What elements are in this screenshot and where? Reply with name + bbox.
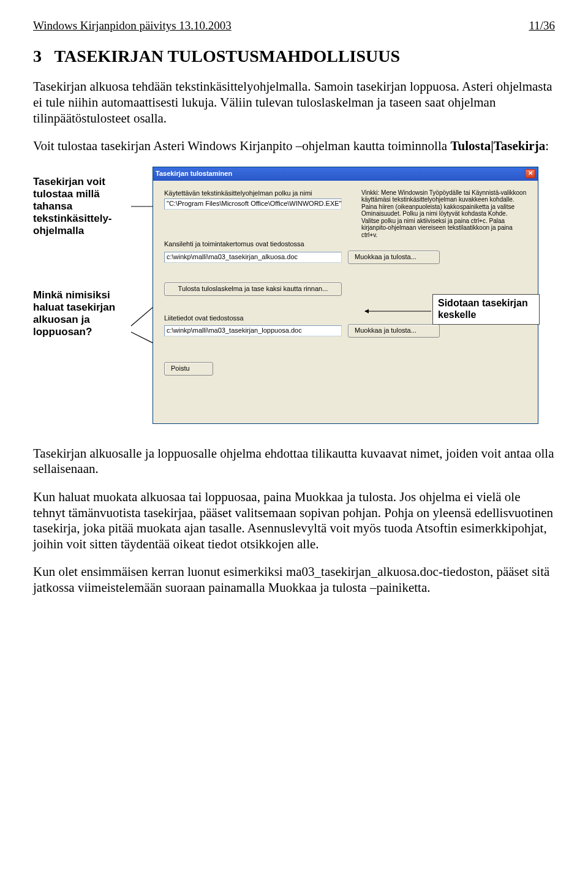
paragraph-2a: Voit tulostaa tasekirjan Asteri Windows … [33,138,450,153]
hint-text: Vinkki: Mene Windowsin Työpöydälle tai K… [361,189,527,239]
paragraph-3: Tasekirjan alkuosalle ja loppuosalle ohj… [33,446,555,477]
section-heading: 3 TASEKIRJAN TULOSTUSMAHDOLLISUUS [33,46,555,67]
paragraph-5: Kun olet ensimmäisen kerran luonut esime… [33,564,555,596]
arrow-icon [364,306,437,319]
dialog-titlebar[interactable]: Tasekirjan tulostaminen ✕ [153,167,538,181]
label-cover: Kansilehti ja toimintakertomus ovat tied… [164,240,527,248]
button-muokkaa-alkuosa[interactable]: Muokkaa ja tulosta... [348,251,440,264]
screenshot-diagram: Tasekirjan voit tulostaa millä tahansa t… [33,167,555,430]
paragraph-4: Kun haluat muokata alkuosaa tai loppuosa… [33,490,555,552]
paragraph-2: Voit tulostaa tasekirjan Asteri Windows … [33,138,555,154]
callout-sidotaan: Sidotaan tasekirjan keskelle [432,294,540,325]
button-muokkaa-loppuosa[interactable]: Muokkaa ja tulosta... [348,324,440,338]
page-header: Windows Kirjanpidon päivitys 13.10.2003 … [33,18,555,32]
paragraph-2b: Tulosta|Tasekirja [450,138,545,153]
section-number: 3 [33,47,42,66]
header-left: Windows Kirjanpidon päivitys 13.10.2003 [33,18,232,32]
dialog-title: Tasekirjan tulostaminen [156,170,232,178]
section-title: TASEKIRJAN TULOSTUSMAHDOLLISUUS [55,47,401,66]
button-poistu[interactable]: Poistu [164,362,213,376]
header-right: 11/36 [529,18,555,32]
paragraph-1: Tasekirjan alkuosa tehdään tekstinkäsitt… [33,79,555,126]
input-alkuosa-path[interactable]: c:\winkp\malli\ma03_tasekirjan_alkuosa.d… [164,252,342,263]
button-tulosta-tuloslaskelma[interactable]: Tulosta tuloslaskelma ja tase kaksi kaut… [164,282,342,296]
callout-filenames: Minkä nimisiksi haluat tasekirjan alkuos… [33,289,134,338]
paragraph-2c: : [545,138,549,153]
callout-textprocessor: Tasekirjan voit tulostaa millä tahansa t… [33,176,134,237]
close-icon[interactable]: ✕ [525,169,535,178]
input-loppuosa-path[interactable]: c:\winkp\malli\ma03_tasekirjan_loppuosa.… [164,325,342,336]
input-program-path[interactable]: "C:\Program Files\Microsoft Office\Offic… [164,199,342,210]
